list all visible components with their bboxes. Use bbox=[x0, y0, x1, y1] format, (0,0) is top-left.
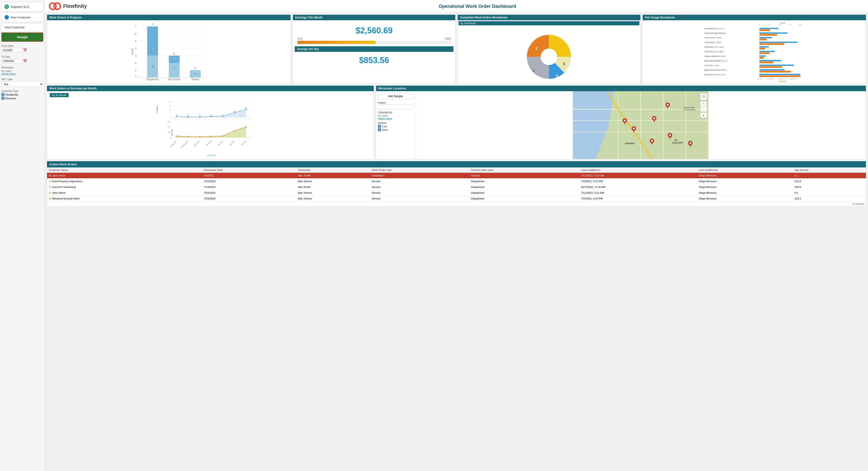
svg-text:0: 0 bbox=[759, 24, 760, 26]
technician-select-users[interactable]: Select Users bbox=[1, 72, 43, 75]
main-content: Flowfinity Operational Work Order Dashbo… bbox=[45, 0, 868, 471]
svg-text:6000: 6000 bbox=[167, 121, 171, 123]
svg-text:$600.00: $600.00 bbox=[790, 78, 796, 80]
svg-text:Count: Count bbox=[131, 49, 134, 55]
wol-sidebar: Add Sample Project Collected By No users… bbox=[376, 91, 415, 159]
method-other-checkbox[interactable] bbox=[378, 128, 381, 131]
svg-text:1: 1 bbox=[563, 62, 565, 66]
svg-text:0: 0 bbox=[199, 115, 200, 117]
svg-text:⊡: ⊡ bbox=[702, 95, 705, 98]
cell-modified-by: Olegs Bensons bbox=[697, 190, 793, 196]
top-row: Work Orders in Progress 7 6 5 4 3 2 1 0 … bbox=[47, 14, 866, 84]
cell-modified-on: 7/2/2022, 3:13 PM bbox=[579, 179, 697, 184]
business-checkbox[interactable] bbox=[1, 97, 4, 100]
table-row: ⊕East Property Inspections 7/12/2022 Bob… bbox=[47, 179, 866, 184]
from-date-label: From Date bbox=[1, 44, 43, 47]
cell-state: Dispatched bbox=[469, 196, 579, 201]
svg-text:COUPLING S X S - 25 PC: COUPLING S X S - 25 PC bbox=[704, 46, 724, 48]
svg-text:1: 1 bbox=[533, 69, 535, 73]
google-button[interactable]: Google bbox=[1, 32, 43, 42]
svg-text:45 DEGREE ELL S X S - 3...: 45 DEGREE ELL S X S - 3... bbox=[704, 28, 725, 30]
svg-text:90 DEGREE REDUCING EL...: 90 DEGREE REDUCING EL... bbox=[704, 32, 727, 34]
svg-text:GRANDVIEW-: GRANDVIEW- bbox=[683, 107, 695, 109]
to-date-calendar-icon[interactable]: 📅 bbox=[23, 59, 27, 63]
dispatch-wo-button[interactable]: + Dispatch W.O. bbox=[1, 2, 43, 11]
new-customer-label: New Customer bbox=[11, 15, 31, 19]
add-sample-button[interactable]: Add Sample bbox=[378, 93, 413, 99]
method-core-row[interactable]: Core bbox=[378, 125, 413, 128]
parts-bar-90deg-count bbox=[760, 32, 787, 34]
earn-dot-2 bbox=[188, 136, 189, 137]
line-dot-4 bbox=[211, 116, 212, 117]
svg-text:5: 5 bbox=[135, 40, 137, 42]
svg-text:15: 15 bbox=[169, 105, 171, 106]
svg-text:$400.00: $400.00 bbox=[779, 78, 785, 80]
parts-bar-female-count bbox=[760, 56, 766, 57]
svg-text:PLEASANT: PLEASANT bbox=[672, 142, 683, 144]
parts-card-body: Count 0 10 20 40 60 45 DEGREE ELL S X S … bbox=[643, 20, 866, 83]
wo-type-select[interactable]: Any bbox=[1, 81, 43, 87]
parts-card-header: Part Usage Breakdown bbox=[643, 15, 866, 20]
svg-text:FEMALE ADAPTER S X FP...: FEMALE ADAPTER S X FP... bbox=[704, 55, 726, 57]
svg-text:W.O. State: W.O. State bbox=[167, 81, 179, 82]
col-work-order-type: Work Order Type bbox=[370, 167, 469, 173]
cell-type: Service bbox=[370, 184, 469, 190]
line-chart-tabs: By By Month bbox=[48, 92, 373, 98]
line-dot-5 bbox=[222, 116, 223, 117]
col-scheduled-date: Scheduled Date bbox=[202, 167, 296, 173]
from-date-input[interactable] bbox=[1, 48, 22, 53]
svg-text:May 2022: May 2022 bbox=[218, 140, 223, 146]
earn-dot-3 bbox=[199, 136, 200, 137]
earn-dot-1 bbox=[176, 136, 177, 137]
svg-text:Complete...: Complete... bbox=[156, 104, 158, 113]
pie-chart-svg: 1 0 1 2 bbox=[467, 29, 630, 83]
svg-text:1: 1 bbox=[174, 58, 175, 60]
parts-bar-capsocket50-count bbox=[760, 42, 797, 43]
cell-state: Started bbox=[469, 173, 579, 179]
parts-bar-coupling50-subtotal bbox=[760, 52, 769, 54]
to-date-input[interactable] bbox=[1, 59, 22, 63]
earnings-progress-labels: 51% 5000 bbox=[298, 37, 451, 40]
earnings-target-label: 5000 bbox=[445, 37, 451, 40]
svg-text:3: 3 bbox=[135, 54, 137, 57]
cell-date: 7/15/2022 bbox=[202, 190, 296, 196]
by-month-tab[interactable]: By By Month bbox=[50, 93, 69, 97]
method-other-row[interactable]: Other bbox=[378, 128, 413, 131]
svg-text:FAIRVIEW: FAIRVIEW bbox=[625, 142, 634, 145]
method-other-label: Other bbox=[382, 128, 388, 131]
svg-text:Earnings: Earnings bbox=[171, 129, 173, 136]
residential-checkbox-row[interactable]: Residential bbox=[1, 93, 43, 96]
view-customer-label: View Customer bbox=[4, 26, 25, 29]
svg-text:1: 1 bbox=[195, 67, 196, 69]
parts-bar-coupling25-subtotal bbox=[760, 48, 765, 50]
work-orders-card-header: Work Orders in Progress bbox=[47, 15, 290, 20]
svg-text:1: 1 bbox=[223, 114, 223, 116]
line-dot-7 bbox=[245, 109, 247, 110]
active-work-orders-header: Active Work Orders bbox=[47, 161, 866, 167]
table-row: ⊕General Contracting 7/14/2022 Alex Smit… bbox=[47, 184, 866, 190]
svg-text:1: 1 bbox=[176, 114, 177, 116]
line-dot-2 bbox=[188, 117, 189, 118]
residential-checkbox[interactable] bbox=[1, 93, 4, 96]
svg-text:REDUCING TEE S X S X S -...: REDUCING TEE S X S X S -... bbox=[704, 74, 727, 76]
parts-bar-90deg-subtotal bbox=[760, 34, 777, 36]
cell-state: Dispatched bbox=[469, 179, 579, 184]
cell-state: Dispatched bbox=[469, 184, 579, 190]
from-date-calendar-icon[interactable]: 📅 bbox=[23, 49, 27, 52]
new-customer-button[interactable]: 👤 New Customer bbox=[1, 12, 43, 22]
wol-select-users[interactable]: Select Users bbox=[378, 117, 413, 120]
pie-center bbox=[541, 49, 557, 65]
svg-text:7: 7 bbox=[152, 23, 153, 26]
svg-text:2: 2 bbox=[174, 67, 175, 70]
business-checkbox-row[interactable]: Business bbox=[1, 97, 43, 100]
svg-text:+: + bbox=[703, 102, 704, 105]
svg-text:3: 3 bbox=[152, 65, 153, 68]
completed-card: Completed Work Orders Breakdown By Techn… bbox=[457, 14, 641, 84]
view-customer-button[interactable]: View Customer bbox=[1, 23, 43, 32]
flowfinity-logo-icon bbox=[49, 2, 61, 10]
workorder-locations-header: Workorder Locations bbox=[376, 86, 866, 91]
wol-project-input[interactable] bbox=[378, 104, 413, 109]
svg-text:40: 40 bbox=[789, 24, 791, 26]
method-core-checkbox[interactable] bbox=[378, 125, 381, 128]
logo-text: Flowfinity bbox=[63, 3, 87, 9]
